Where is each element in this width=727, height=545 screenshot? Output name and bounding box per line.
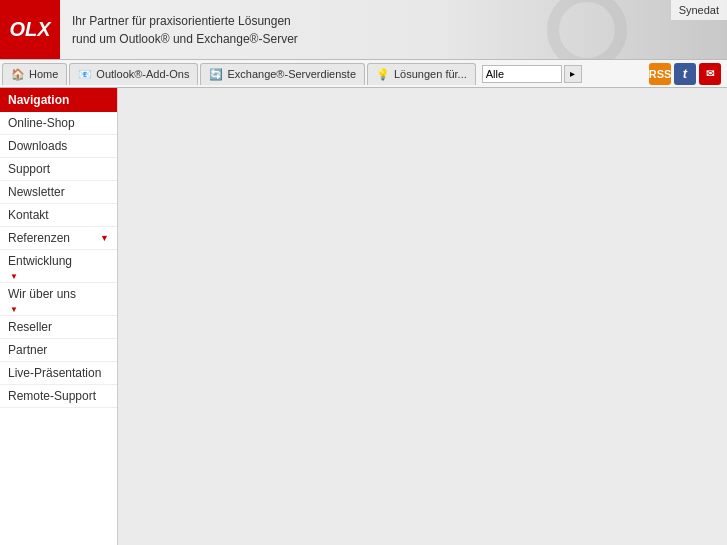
tab-solutions-label: Lösungen für... [394,68,467,80]
search-box: ▸ [482,65,582,83]
sidebar-item-downloads[interactable]: Downloads [0,135,117,158]
logo-text: OLX [9,18,50,41]
content-area [118,88,727,545]
sidebar-item-partner[interactable]: Partner [0,339,117,362]
solutions-icon: 💡 [376,68,390,81]
tab-home-label: Home [29,68,58,80]
exchange-icon: 🔄 [209,68,223,81]
tab-outlook-addons[interactable]: 📧 Outlook®-Add-Ons [69,63,198,85]
tab-exchange-label: Exchange®-Serverdienste [227,68,356,80]
rss-icons-group: RSS t ✉ [649,63,725,85]
chevron-down-icon: ▼ [10,305,18,314]
email-icon[interactable]: ✉ [699,63,721,85]
tab-exchange-services[interactable]: 🔄 Exchange®-Serverdienste [200,63,365,85]
sidebar-nav-header: Navigation [0,88,117,112]
sidebar-item-label: Remote-Support [8,389,96,403]
tab-solutions[interactable]: 💡 Lösungen für... [367,63,476,85]
sidebar-item-label: Newsletter [8,185,65,199]
sidebar-item-newsletter[interactable]: Newsletter [0,181,117,204]
sidebar-item-label: Referenzen [8,231,70,245]
synedat-label: Synedat [671,0,727,20]
chevron-down-icon: ▼ [10,272,18,281]
sidebar-item-label: Reseller [8,320,52,334]
sidebar-item-live-praesentation[interactable]: Live-Präsentation [0,362,117,385]
sidebar-item-label: Support [8,162,50,176]
search-input[interactable] [482,65,562,83]
home-icon: 🏠 [11,68,25,81]
sidebar-item-online-shop[interactable]: Online-Shop [0,112,117,135]
search-button[interactable]: ▸ [564,65,582,83]
tab-outlook-label: Outlook®-Add-Ons [96,68,189,80]
sidebar-item-referenzen[interactable]: Referenzen ▼ [0,227,117,250]
rss-icon[interactable]: RSS [649,63,671,85]
sidebar-item-entwicklung[interactable]: Entwicklung ▼ [0,250,117,283]
main-layout: Navigation Online-Shop Downloads Support… [0,88,727,545]
chevron-down-icon: ▼ [100,233,109,243]
outlook-icon: 📧 [78,68,92,81]
sidebar-item-label: Kontakt [8,208,49,222]
header-person-area: Synedat [607,0,727,60]
sidebar-item-label: Live-Präsentation [8,366,101,380]
logo[interactable]: OLX [0,0,60,60]
sidebar-item-label: Online-Shop [8,116,75,130]
sidebar-item-wir-ueber-uns[interactable]: Wir über uns ▼ [0,283,117,316]
sidebar-item-support[interactable]: Support [0,158,117,181]
sidebar-item-label: Wir über uns [8,287,76,301]
sidebar-item-reseller[interactable]: Reseller [0,316,117,339]
sidebar-item-label: Entwicklung [8,254,72,268]
sidebar-item-kontakt[interactable]: Kontakt [0,204,117,227]
sidebar-item-label: Partner [8,343,47,357]
tab-home[interactable]: 🏠 Home [2,63,67,85]
navigation-tabs: 🏠 Home 📧 Outlook®-Add-Ons 🔄 Exchange®-Se… [0,60,727,88]
twitter-icon[interactable]: t [674,63,696,85]
sidebar-item-remote-support[interactable]: Remote-Support [0,385,117,408]
sidebar-item-label: Downloads [8,139,67,153]
header: OLX Ihr Partner für praxisorientierte Lö… [0,0,727,60]
sidebar: Navigation Online-Shop Downloads Support… [0,88,118,545]
